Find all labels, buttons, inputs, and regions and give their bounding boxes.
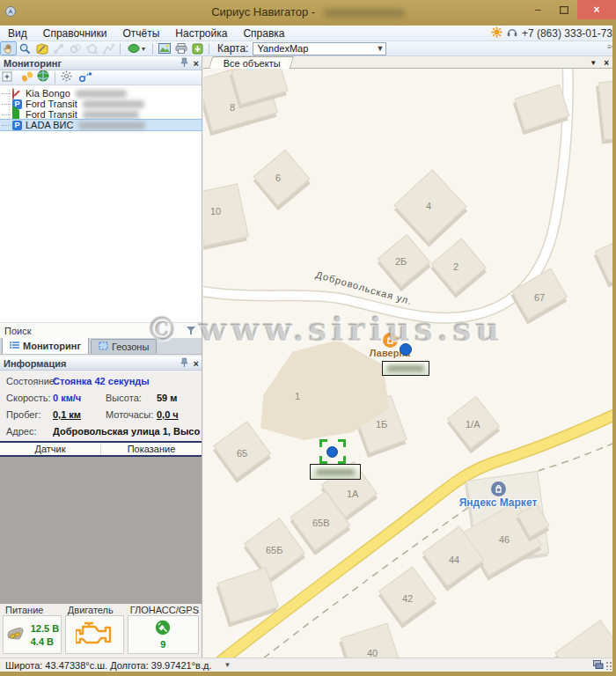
reading-column-header[interactable]: Показание xyxy=(101,443,202,455)
map-tab-bar: Все объекты ▼ × xyxy=(203,56,612,69)
building-number: 1Б xyxy=(376,419,387,430)
building-number: 2Б xyxy=(395,256,407,267)
redacted-vehicle-label xyxy=(387,365,424,371)
monitoring-panel-toolbar xyxy=(0,70,202,85)
gauges-row: Питание 12.5 В 4.4 В Двигатель xyxy=(0,604,202,657)
pin-icon[interactable] xyxy=(180,57,188,70)
maximize-button[interactable] xyxy=(551,0,577,19)
gear-icon[interactable] xyxy=(61,70,72,85)
vehicle-row-lada-vis[interactable]: P LADA ВИС xyxy=(0,120,202,130)
address-label: Адрес: xyxy=(6,426,37,437)
building-number: 65 xyxy=(237,448,247,459)
vehicle-row-ford-transit-1[interactable]: P Ford Transit xyxy=(0,99,202,109)
vehicle-row-kia-bongo[interactable]: Kia Bongo xyxy=(0,88,202,99)
info-panel-header: Информация × xyxy=(0,356,202,371)
edit-map-button[interactable] xyxy=(33,41,50,55)
menu-settings[interactable]: Настройка xyxy=(167,26,235,40)
panel-tabs: Мониторинг Геозоны xyxy=(0,338,202,355)
map-snapshot-button[interactable] xyxy=(156,41,172,55)
building-number: 67 xyxy=(534,292,545,303)
vehicle-name: Ford Transit xyxy=(26,99,77,109)
map-provider-select[interactable]: YandexMap ▼ xyxy=(253,42,386,55)
map-select-label: Карта: xyxy=(217,42,248,55)
headset-icon xyxy=(506,26,518,40)
polygon-zone-button[interactable] xyxy=(84,41,100,55)
main-toolbar: ▾ Карта: YandexMap ▼ ≡▾ xyxy=(0,41,616,56)
engine-icon xyxy=(76,621,113,648)
search-label: Поиск xyxy=(4,326,31,336)
redacted-plate xyxy=(76,90,127,98)
vehicle-name: Ford Transit xyxy=(26,109,77,120)
monitoring-panel: Мониторинг × xyxy=(0,56,202,658)
add-node-button[interactable] xyxy=(50,41,67,55)
connection-icon xyxy=(593,660,604,671)
engine-hours-label: Моточасы: xyxy=(106,409,153,420)
chevron-down-icon: ▾ xyxy=(142,45,145,53)
gps-satellite-count: 9 xyxy=(160,639,165,650)
window-border xyxy=(612,26,616,676)
building-number: 10 xyxy=(210,206,221,217)
menu-reports[interactable]: Отчёты xyxy=(114,26,167,40)
close-button[interactable]: × xyxy=(577,0,616,19)
sensor-column-header[interactable]: Датчик xyxy=(0,443,101,455)
export-button[interactable] xyxy=(189,41,206,55)
list-icon xyxy=(10,341,19,351)
show-on-map-globe-icon[interactable] xyxy=(37,70,49,85)
close-icon[interactable]: × xyxy=(604,58,609,68)
vehicle-name: LADA ВИС xyxy=(26,120,73,130)
satellite-icon xyxy=(155,620,171,637)
poi-yandex-market[interactable]: Яндекс Маркет xyxy=(458,481,538,509)
route-icon[interactable] xyxy=(79,70,92,85)
close-icon[interactable]: × xyxy=(194,58,199,69)
redacted-title-text xyxy=(324,9,405,18)
gps-gauge: ГЛОНАСС/GPS 9 xyxy=(128,605,199,657)
geozone-color-button[interactable]: ▾ xyxy=(123,41,150,55)
redacted-plate xyxy=(83,111,139,119)
search-bar[interactable]: Поиск xyxy=(0,322,202,338)
minimize-button[interactable]: – xyxy=(524,0,551,19)
menu-bar: Вид Справочники Отчёты Настройка Справка… xyxy=(0,26,616,41)
close-icon[interactable]: × xyxy=(194,358,199,369)
support-gear-icon xyxy=(491,26,502,40)
filter-funnel-icon[interactable] xyxy=(186,326,196,337)
menu-help[interactable]: Справка xyxy=(235,26,292,40)
map-canvas[interactable]: 8 6 10 4 2Б 2 67 1 1Б 1/А 65 1А 65В 46 6… xyxy=(203,69,612,658)
tab-geozones[interactable]: Геозоны xyxy=(91,339,157,354)
map-tab-all-objects[interactable]: Все объекты xyxy=(209,56,294,69)
chevron-down-icon[interactable]: ▼ xyxy=(590,59,597,67)
mileage-label: Пробег: xyxy=(6,409,41,420)
geofence-icon xyxy=(99,342,108,352)
building-number: 1/А xyxy=(466,419,480,430)
building-number: 46 xyxy=(499,534,510,545)
altitude-label: Высота: xyxy=(106,393,142,403)
pin-icon[interactable] xyxy=(180,357,188,370)
chevron-down-icon[interactable]: ▼ xyxy=(224,661,231,669)
building-number: 2 xyxy=(453,261,458,272)
pan-tool-button[interactable] xyxy=(0,41,17,55)
map-provider-value: YandexMap xyxy=(257,43,308,54)
building-number: 6 xyxy=(275,173,281,183)
expand-all-icon[interactable] xyxy=(2,70,12,85)
menu-directories[interactable]: Справочники xyxy=(35,26,115,40)
vehicle-row-ford-transit-2[interactable]: Ford Transit xyxy=(0,109,202,120)
follow-tracks-icon[interactable] xyxy=(21,70,33,85)
support-phone-number: +7 (863) 333-01-73 xyxy=(522,27,612,40)
monitoring-panel-title: Мониторинг xyxy=(4,58,62,69)
vehicle-marker[interactable] xyxy=(400,343,412,356)
window-title: Сириус Навигатор - xyxy=(0,5,616,18)
engine-hours-value[interactable]: 0,0 ч xyxy=(157,409,179,420)
menu-view[interactable]: Вид xyxy=(0,26,35,40)
building-number: 1 xyxy=(295,391,300,401)
info-panel-title: Информация xyxy=(4,358,66,369)
zoom-tool-button[interactable] xyxy=(17,41,33,55)
tab-monitoring[interactable]: Мониторинг xyxy=(2,337,89,354)
vehicle-list: Kia Bongo P Ford Transit Ford Transit P … xyxy=(0,85,202,322)
vehicle-stopped-icon xyxy=(12,89,22,99)
circle-zone-button[interactable] xyxy=(67,41,84,55)
polyline-zone-button[interactable] xyxy=(100,41,117,55)
building-number: 44 xyxy=(449,555,459,565)
plug-icon xyxy=(5,625,26,644)
vehicle-label-box xyxy=(310,464,361,480)
mileage-value[interactable]: 0,1 км xyxy=(53,409,81,420)
print-button[interactable] xyxy=(172,41,189,55)
